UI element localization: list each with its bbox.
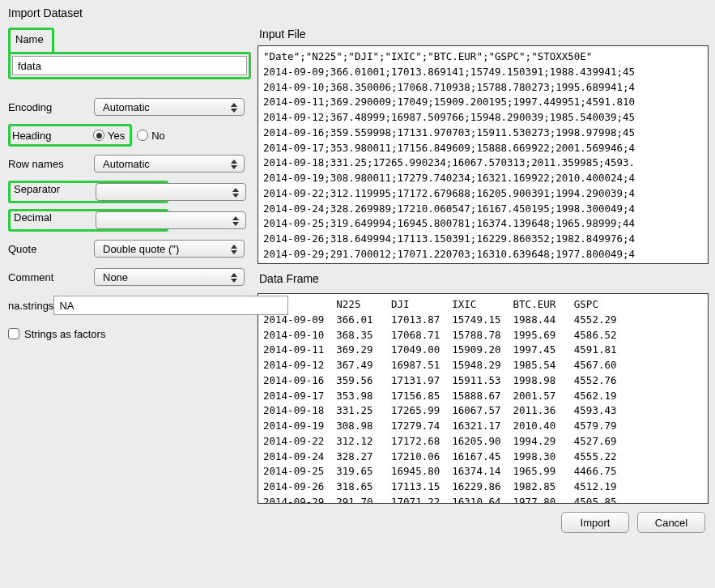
nastrings-input[interactable]: [53, 296, 288, 315]
encoding-select[interactable]: Automatic: [94, 98, 245, 116]
comment-select[interactable]: None: [94, 268, 245, 286]
rownames-label: Row names: [8, 158, 94, 170]
cancel-button[interactable]: Cancel: [637, 512, 705, 533]
separator-select-box[interactable]: x: [96, 183, 246, 201]
heading-no-label: No: [151, 130, 165, 142]
quote-select[interactable]: Double quote ("): [94, 240, 245, 258]
updown-icon: [229, 185, 242, 200]
updown-icon: [228, 157, 240, 172]
updown-icon: [228, 100, 240, 115]
quote-value: Double quote ("): [103, 243, 179, 255]
encoding-value: Automatic: [103, 101, 150, 113]
separator-label: Separator: [12, 183, 93, 201]
updown-icon: [229, 214, 242, 228]
heading-yes-radio[interactable]: [93, 130, 104, 141]
updown-icon: [228, 271, 240, 285]
heading-yes-label: Yes: [108, 130, 125, 142]
input-file-preview[interactable]: "Date";"N225";"DJI";"IXIC";"BTC.EUR";"GS…: [257, 45, 709, 264]
rownames-value: Automatic: [103, 158, 150, 170]
comment-value: None: [103, 271, 128, 283]
decimal-label: Decimal: [12, 211, 93, 229]
name-label: Name: [15, 33, 44, 45]
strings-as-factors-label: Strings as factors: [24, 328, 105, 340]
heading-no-radio[interactable]: [137, 130, 148, 141]
dataframe-label: Data Frame: [259, 272, 709, 285]
dataframe-preview[interactable]: Date N225 DJI IXIC BTC.EUR GSPC 2014-09-…: [257, 293, 709, 504]
heading-label: Heading: [12, 130, 93, 142]
updown-icon: [228, 242, 240, 257]
rownames-select[interactable]: Automatic: [94, 155, 245, 173]
quote-label: Quote: [8, 243, 94, 255]
input-file-label: Input File: [259, 28, 709, 40]
dialog-title: Import Dataset: [8, 6, 709, 19]
import-button[interactable]: Import: [561, 512, 629, 533]
encoding-label: Encoding: [8, 101, 94, 113]
comment-label: Comment: [8, 271, 94, 283]
strings-as-factors-checkbox[interactable]: [8, 328, 19, 339]
name-input[interactable]: [12, 56, 247, 75]
nastrings-label: na.strings: [8, 300, 53, 312]
decimal-select[interactable]: x: [96, 211, 246, 229]
